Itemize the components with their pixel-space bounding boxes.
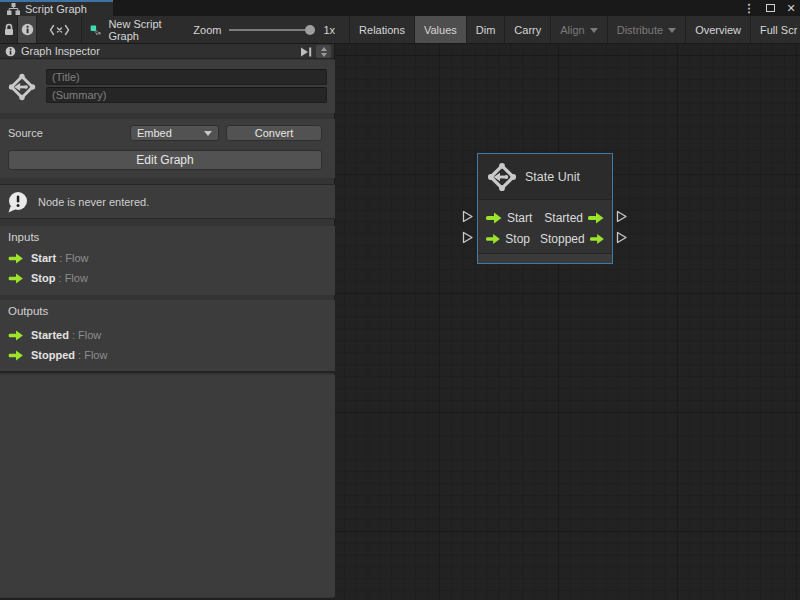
values-button[interactable]: Values [414,16,466,43]
window-controls: ⋮ ✕ [742,0,798,16]
script-graph-asset-icon [90,22,102,38]
window-maximize-icon[interactable] [763,1,777,15]
zoom-label: Zoom [193,24,221,36]
state-unit-icon [486,161,518,193]
node-input-label[interactable]: Stop [505,232,530,246]
start-outer-port-icon[interactable] [462,210,474,223]
lock-icon [3,23,15,36]
source-section: Source Embed Convert Edit Graph [0,119,335,178]
graph-title-section [0,60,335,113]
inspector-header: Graph Inspector [0,44,334,59]
dim-button[interactable]: Dim [466,16,505,43]
arrow-down-icon [321,53,327,57]
zoom-slider[interactable] [229,24,315,36]
window-close-icon[interactable]: ✕ [784,1,798,15]
distribute-button[interactable]: Distribute [607,16,685,43]
node-title: State Unit [525,170,580,184]
state-unit-node-header[interactable]: State Unit [478,154,612,200]
inputs-title: Inputs [8,231,39,243]
state-unit-node-footer [478,253,612,263]
graph-summary-input[interactable] [46,87,327,103]
flow-out-arrow-icon[interactable] [590,233,604,245]
current-graph-name[interactable]: New Script Graph [82,16,178,43]
code-x-icon [49,24,70,36]
scroll-updown-button[interactable] [316,45,331,58]
toolbar: New Script Graph Zoom 1x Relations Value… [0,16,800,44]
inputs-section: Inputs Start : Flow Stop : Flow [0,226,335,295]
node-port-row: Start Started [486,207,604,228]
warning-text: Node is never entered. [38,196,149,208]
stopped-outer-port-icon[interactable] [616,231,628,244]
input-port-row: Start : Flow [8,250,88,266]
warning-box: Node is never entered. [0,184,335,219]
input-port-row: Stop : Flow [8,270,88,286]
graph-name-label: New Script Graph [108,18,167,42]
state-graph-icon [7,72,37,102]
edit-graph-button[interactable]: Edit Graph [8,150,322,170]
outputs-section: Outputs Started : Flow Stopped : Flow [0,300,335,373]
warning-bubble-icon [6,190,30,214]
flow-out-arrow-icon[interactable] [588,212,604,224]
node-output-label[interactable]: Stopped [540,232,585,246]
inspector-toggle-button[interactable] [18,16,36,43]
variables-toggle-button[interactable] [37,16,81,43]
tab-title: Script Graph [25,3,87,15]
info-icon [21,23,34,36]
arrow-up-icon [321,47,327,51]
zoom-slider-handle[interactable] [305,25,315,35]
full-screen-button[interactable]: Full Scr [750,16,800,43]
output-port-row: Started : Flow [8,327,101,343]
flow-arrow-icon [8,273,24,284]
flow-arrow-icon [8,330,24,341]
outputs-title: Outputs [8,305,48,317]
flow-arrow-icon [8,350,24,361]
output-port-row: Stopped : Flow [8,347,107,363]
node-output-label[interactable]: Started [544,211,583,225]
state-unit-node-body: Start Started Stop Stopped [478,200,612,253]
node-port-row: Stop Stopped [486,228,604,249]
lock-button[interactable] [0,16,17,43]
flow-in-arrow-icon[interactable] [486,233,500,245]
source-dropdown[interactable]: Embed [130,125,219,141]
graph-inspector-panel: Graph Inspector Sour [0,44,335,600]
info-icon [5,46,16,57]
align-button[interactable]: Align [550,16,606,43]
window-menu-icon[interactable]: ⋮ [742,1,756,15]
graph-canvas[interactable]: State Unit Start Started Stop St [335,44,800,600]
relations-button[interactable]: Relations [349,16,414,43]
convert-button[interactable]: Convert [226,125,322,141]
flow-arrow-icon [8,253,24,264]
node-input-label[interactable]: Start [507,211,532,225]
state-unit-node[interactable]: State Unit Start Started Stop St [477,153,613,264]
dropdown-arrow-icon [590,28,598,33]
source-value: Embed [137,127,172,139]
zoom-control: Zoom 1x [177,16,343,43]
collapse-sidebar-icon[interactable] [300,47,312,57]
stop-outer-port-icon[interactable] [462,231,474,244]
dropdown-arrow-icon [204,131,212,136]
script-graph-tab-icon [7,3,20,15]
started-outer-port-icon[interactable] [616,210,628,223]
toolbar-right-group: Relations Values Dim Carry Align Distrib… [349,16,800,43]
tab-script-graph[interactable]: Script Graph [0,0,113,16]
carry-button[interactable]: Carry [504,16,550,43]
overview-button[interactable]: Overview [685,16,750,43]
graph-title-input[interactable] [46,69,327,85]
source-label: Source [8,127,130,139]
flow-in-arrow-icon[interactable] [486,212,502,224]
zoom-value: 1x [323,24,343,36]
tab-bar: Script Graph ⋮ ✕ [0,0,800,16]
dropdown-arrow-icon [668,28,676,33]
inspector-title: Graph Inspector [21,45,100,57]
inspector-empty-area [0,375,335,597]
